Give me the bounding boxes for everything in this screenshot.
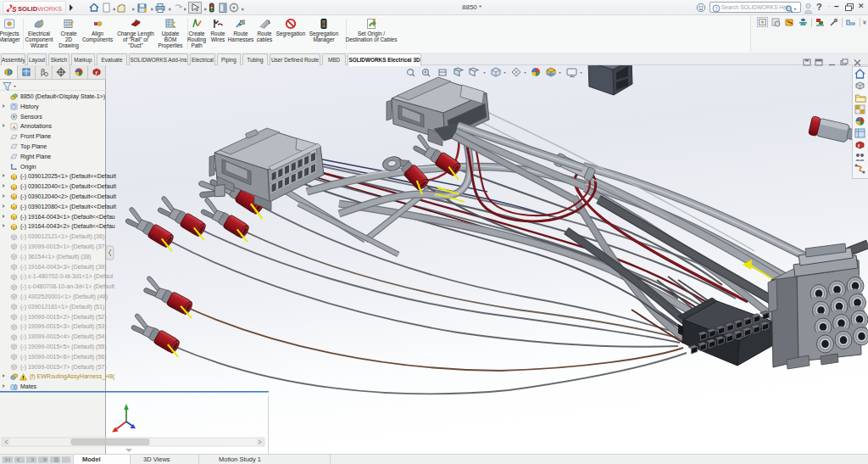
svg-text:SOLID: SOLID <box>18 5 38 13</box>
svg-text:?: ? <box>715 6 718 12</box>
svg-text:A: A <box>12 124 16 130</box>
svg-text:WORKS: WORKS <box>38 5 63 13</box>
svg-text:S: S <box>12 6 17 14</box>
